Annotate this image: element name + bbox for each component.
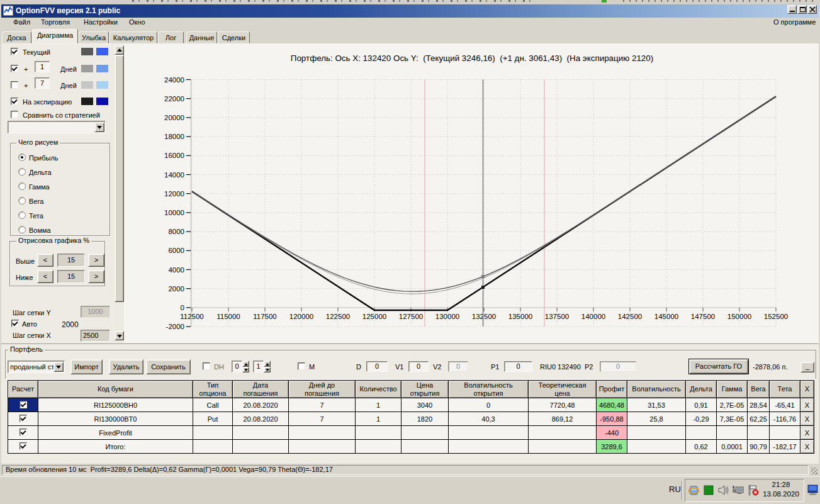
svg-text:145000: 145000	[654, 313, 678, 320]
svg-text:135000: 135000	[508, 313, 532, 320]
svg-text:125000: 125000	[362, 313, 386, 320]
svg-text:120000: 120000	[289, 313, 313, 320]
svg-text:10000: 10000	[164, 209, 184, 216]
svg-text:2000: 2000	[168, 285, 184, 293]
svg-text:12000: 12000	[164, 190, 184, 198]
svg-text:147500: 147500	[691, 313, 715, 320]
svg-text:0: 0	[181, 304, 184, 311]
svg-text:130000: 130000	[435, 313, 459, 320]
svg-text:4000: 4000	[168, 266, 184, 274]
svg-text:22000: 22000	[164, 95, 184, 103]
svg-text:18000: 18000	[164, 133, 184, 140]
svg-text:115000: 115000	[216, 313, 240, 320]
svg-text:24000: 24000	[164, 76, 184, 84]
svg-text:-2000: -2000	[166, 323, 184, 330]
svg-text:14000: 14000	[164, 171, 184, 179]
svg-text:127500: 127500	[399, 313, 423, 320]
svg-text:20000: 20000	[164, 114, 184, 121]
svg-text:16000: 16000	[164, 152, 184, 159]
svg-text:Портфель: Ось X: 132420 Ось Y:: Портфель: Ось X: 132420 Ось Y: (Текущий …	[291, 53, 653, 63]
svg-text:132500: 132500	[472, 313, 496, 320]
svg-text:6000: 6000	[168, 247, 184, 254]
svg-text:122500: 122500	[326, 313, 350, 320]
svg-text:142500: 142500	[618, 313, 642, 320]
svg-text:137500: 137500	[545, 313, 569, 320]
svg-text:8000: 8000	[168, 228, 184, 235]
svg-text:152500: 152500	[764, 313, 788, 320]
svg-text:112500: 112500	[180, 313, 204, 320]
svg-text:140000: 140000	[581, 313, 605, 320]
svg-text:117500: 117500	[253, 313, 277, 320]
svg-text:150000: 150000	[727, 313, 751, 320]
